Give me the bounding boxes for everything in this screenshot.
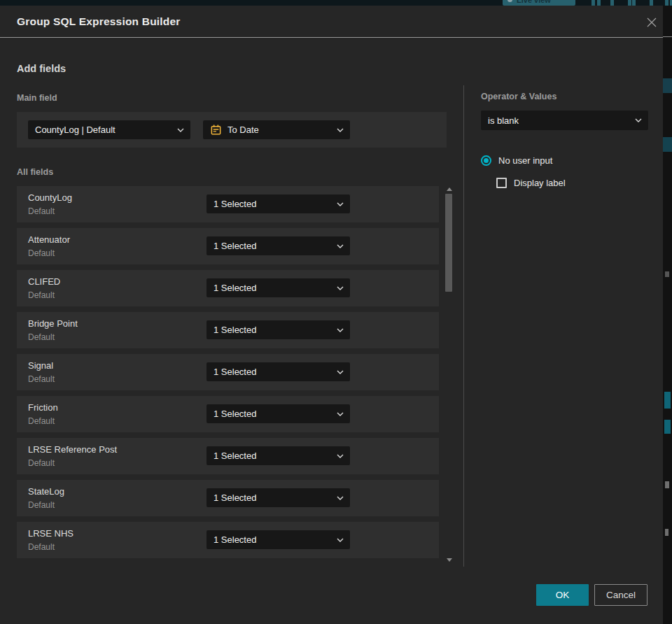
field-name: CLIFED: [28, 276, 60, 287]
main-field-container: CountyLog | Default To Date: [17, 112, 447, 148]
toolbar-icon: [610, 0, 614, 6]
chevron-down-icon: [337, 412, 344, 416]
field-row-countylog: CountyLog Default 1 Selected: [17, 186, 439, 222]
toolbar-icon: [597, 0, 601, 6]
background-fragment: [663, 78, 672, 93]
field-values-selected: 1 Selected: [214, 367, 256, 377]
background-fragment: [665, 481, 669, 488]
background-fragment: [665, 529, 668, 536]
field-row-statelog: StateLog Default 1 Selected: [17, 480, 439, 516]
field-row-lrse-nhs: LRSE NHS Default 1 Selected: [17, 522, 439, 558]
chevron-down-icon: [337, 286, 344, 290]
field-subtitle: Default: [28, 332, 55, 342]
toolbar-icon: [650, 0, 653, 6]
live-view-label: Live view: [517, 0, 551, 4]
live-view-button[interactable]: Live view: [503, 0, 575, 6]
field-subtitle: Default: [28, 458, 55, 468]
field-values-selected: 1 Selected: [214, 409, 256, 419]
field-name: Attenuator: [28, 234, 70, 245]
field-row-attenuator: Attenuator Default 1 Selected: [17, 228, 439, 264]
field-row-signal: Signal Default 1 Selected: [17, 354, 439, 390]
field-name: Bridge Point: [28, 318, 78, 329]
scrollbar-thumb[interactable]: [445, 194, 452, 292]
main-field-select-value: CountyLog | Default: [35, 125, 115, 135]
main-field-date-value: To Date: [227, 125, 259, 135]
chevron-down-icon: [337, 496, 344, 500]
close-button[interactable]: [644, 15, 659, 30]
chevron-down-icon: [337, 202, 344, 206]
calendar-icon: [210, 124, 222, 136]
chevron-down-icon: [177, 128, 184, 132]
field-values-select[interactable]: 1 Selected: [206, 278, 350, 297]
field-name: Signal: [28, 360, 53, 371]
field-values-selected: 1 Selected: [214, 534, 256, 545]
field-row-lrse-reference-post: LRSE Reference Post Default 1 Selected: [17, 438, 439, 474]
toolbar-icon: [592, 0, 595, 6]
scrollbar-up-arrow-icon[interactable]: [447, 187, 452, 191]
no-user-input-radio[interactable]: No user input: [481, 155, 552, 166]
group-sql-expression-builder-dialog: Group SQL Expression Builder Add fields …: [0, 6, 663, 624]
close-icon: [646, 17, 657, 28]
field-name: LRSE NHS: [28, 528, 74, 539]
toolbar-icon: [628, 0, 631, 6]
main-field-date-select[interactable]: To Date: [203, 120, 350, 139]
all-fields-scrollbar[interactable]: [444, 182, 454, 568]
ok-button[interactable]: OK: [536, 584, 589, 606]
field-row-clifed: CLIFED Default 1 Selected: [17, 270, 439, 306]
background-fragment: [663, 137, 672, 152]
field-name: LRSE Reference Post: [28, 444, 117, 455]
field-values-selected: 1 Selected: [214, 451, 256, 461]
background-fragment: [665, 271, 669, 277]
field-row-friction: Friction Default 1 Selected: [17, 396, 439, 432]
background-app-right-strip: [663, 6, 672, 624]
field-subtitle: Default: [28, 290, 55, 300]
chevron-down-icon: [337, 538, 344, 542]
field-values-selected: 1 Selected: [214, 325, 256, 335]
radio-selected-icon: [481, 155, 491, 166]
field-values-select[interactable]: 1 Selected: [206, 446, 350, 465]
chevron-down-icon: [337, 244, 344, 248]
field-subtitle: Default: [28, 206, 55, 216]
field-values-select[interactable]: 1 Selected: [206, 488, 350, 507]
display-label-text: Display label: [514, 178, 566, 188]
field-subtitle: Default: [28, 248, 55, 258]
toolbar-icon: [632, 0, 636, 6]
cancel-button[interactable]: Cancel: [594, 584, 648, 606]
field-subtitle: Default: [28, 542, 55, 552]
field-values-select[interactable]: 1 Selected: [206, 236, 350, 255]
field-values-select[interactable]: 1 Selected: [206, 530, 350, 549]
panel-divider: [463, 85, 464, 567]
live-view-dot-icon: [507, 0, 512, 2]
operator-values-label: Operator & Values: [481, 92, 556, 101]
field-values-selected: 1 Selected: [214, 199, 256, 209]
main-field-select[interactable]: CountyLog | Default: [28, 120, 190, 139]
checkbox-unchecked-icon: [496, 178, 507, 188]
field-subtitle: Default: [28, 374, 55, 384]
toolbar-icon: [665, 0, 668, 6]
screen: Live view Group SQL Expression Builder: [0, 0, 672, 624]
field-values-selected: 1 Selected: [214, 492, 256, 503]
chevron-down-icon: [337, 128, 344, 132]
display-label-checkbox[interactable]: Display label: [496, 177, 566, 188]
field-values-selected: 1 Selected: [214, 283, 256, 293]
field-values-select[interactable]: 1 Selected: [206, 362, 350, 381]
chevron-down-icon: [337, 370, 344, 374]
all-fields-label: All fields: [17, 167, 53, 177]
scrollbar-down-arrow-icon[interactable]: [447, 558, 452, 562]
background-fragment: [664, 420, 671, 434]
field-name: Friction: [28, 402, 58, 413]
background-fragment: [664, 392, 671, 409]
field-values-select[interactable]: 1 Selected: [206, 404, 350, 423]
main-field-label: Main field: [17, 93, 57, 103]
background-app-top-strip: Live view: [0, 0, 672, 6]
dialog-header: Group SQL Expression Builder: [0, 6, 663, 38]
dialog-title: Group SQL Expression Builder: [17, 6, 181, 38]
field-subtitle: Default: [28, 416, 55, 426]
chevron-down-icon: [337, 454, 344, 458]
field-values-select[interactable]: 1 Selected: [206, 320, 350, 339]
chevron-down-icon: [337, 328, 344, 332]
operator-select[interactable]: is blank: [481, 111, 648, 130]
no-user-input-label: No user input: [498, 155, 552, 166]
field-values-select[interactable]: 1 Selected: [206, 194, 350, 213]
field-subtitle: Default: [28, 500, 55, 510]
